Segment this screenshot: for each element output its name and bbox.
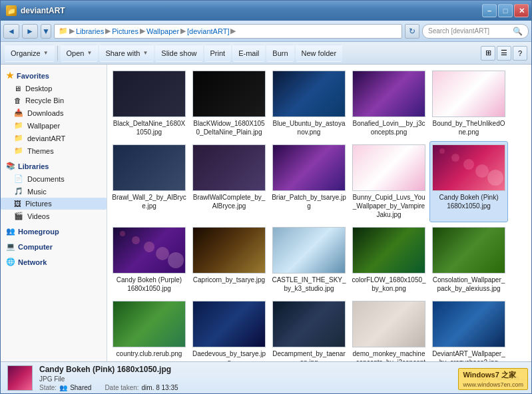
file-item[interactable]: Bound_by_TheUnlikedOne.png	[429, 67, 508, 140]
burn-button[interactable]: Burn	[266, 45, 294, 62]
file-item[interactable]: Decampment_by_taenaron.jpg	[270, 297, 348, 361]
organize-arrow: ▼	[43, 50, 49, 56]
sidebar-network-header[interactable]: 🌐 Network	[1, 256, 107, 268]
main-window: 📁 deviantART – □ ✕ ◄ ► ▼ 📁 ▶ Libraries ▶…	[0, 0, 532, 394]
file-name: Consolation_Wallpaper_pack_by_alexiuss.j…	[431, 276, 506, 293]
help-button[interactable]: ?	[513, 46, 527, 61]
file-name: Blue_Ubuntu_by_astoyanov.png	[272, 119, 346, 136]
file-item[interactable]: demo_monkey_machine_concepts_by_j3concep…	[350, 297, 428, 361]
file-thumbnail	[192, 144, 266, 191]
refresh-button[interactable]: ↻	[405, 24, 419, 39]
email-button[interactable]: E-mail	[232, 45, 265, 62]
pictures-icon: 🖼	[14, 200, 21, 208]
file-item[interactable]: BrawlWallComplete_by_AlBryce.jpg	[190, 141, 268, 222]
file-item[interactable]: Bunny_Cupid_Luvs_You_Wallpaper_by_Vampir…	[350, 141, 428, 222]
minimize-button[interactable]: –	[482, 4, 497, 17]
sidebar-computer-header[interactable]: 💻 Computer	[1, 240, 107, 253]
print-label: Print	[210, 49, 226, 57]
file-item[interactable]: Candy Bokeh (Purple) 1680x1050.jpg	[110, 224, 188, 296]
sidebar-item-music[interactable]: 🎵 Music	[1, 185, 107, 198]
open-label: Open	[67, 49, 85, 57]
file-item[interactable]: CASTLE_IN_THE_SKY_by_k3_studio.jpg	[270, 224, 348, 296]
file-item[interactable]: country.club.rerub.png	[110, 297, 188, 361]
search-box[interactable]: Search [deviantART] 🔍	[422, 24, 529, 39]
file-item[interactable]: BlacKWidow_1680X1050_DeltaNine_Plain.jpg	[190, 67, 268, 140]
status-filename: Candy Bokeh (Pink) 1680x1050.jpg	[39, 365, 469, 374]
sidebar-computer-section: 💻 Computer	[1, 240, 107, 253]
close-button[interactable]: ✕	[514, 4, 529, 17]
sidebar-homegroup-header[interactable]: 👥 Homegroup	[1, 225, 107, 238]
file-name: Black_DeltaNine_1680X1050.jpg	[112, 119, 186, 136]
libraries-icon: 📚	[6, 162, 15, 170]
sidebar-item-wallpaper[interactable]: 📁 Wallpaper	[1, 119, 107, 132]
window-title: deviantART	[21, 6, 65, 15]
slide-show-button[interactable]: Slide show	[155, 45, 202, 62]
share-with-button[interactable]: Share with ▼	[99, 45, 154, 62]
file-item[interactable]: Brawl_Wall_2_by_AlBryce.jpg	[110, 141, 188, 222]
toolbar: Organize ▼ Open ▼ Share with ▼ Slide sho…	[1, 42, 531, 65]
status-info: Candy Bokeh (Pink) 1680x1050.jpg JPG Fil…	[39, 365, 469, 391]
sidebar: ★ Favorites 🖥 Desktop 🗑 Recycle Bin 📥 Do…	[1, 65, 107, 361]
address-bar-row: ◄ ► ▼ 📁 ▶ Libraries ▶ Pictures ▶ Wallpap…	[1, 21, 531, 42]
file-item[interactable]: Consolation_Wallpaper_pack_by_alexiuss.j…	[429, 224, 508, 296]
status-date: Date taken: dim. 8 13:35	[105, 384, 178, 391]
open-button[interactable]: Open ▼	[61, 45, 99, 62]
file-item[interactable]: DeviantART_Wallpaper_by_crazychaos2.jpg	[429, 297, 508, 361]
sidebar-favorites-header[interactable]: ★ Favorites	[1, 69, 107, 83]
sidebar-item-themes[interactable]: 📁 Themes	[1, 144, 107, 157]
print-button[interactable]: Print	[204, 45, 232, 62]
dropdown-button[interactable]: ▼	[41, 24, 51, 39]
open-arrow: ▼	[87, 50, 92, 56]
sidebar-libraries-header[interactable]: 📚 Libraries	[1, 160, 107, 172]
maximize-button[interactable]: □	[498, 4, 513, 17]
file-thumbnail	[272, 301, 346, 347]
favorites-icon: ★	[6, 71, 14, 81]
address-breadcrumb[interactable]: 📁 ▶ Libraries ▶ Pictures ▶ Wallpaper ▶ […	[54, 24, 402, 39]
sidebar-item-downloads[interactable]: 📥 Downloads	[1, 106, 107, 119]
videos-icon: 🎬	[14, 212, 23, 220]
file-thumbnail	[272, 227, 346, 274]
burn-label: Burn	[272, 49, 288, 57]
file-item[interactable]: Capricorn_by_tsarye.jpg	[190, 224, 268, 296]
sidebar-item-documents[interactable]: 📄 Documents	[1, 172, 107, 185]
breadcrumb-libraries[interactable]: Libraries	[76, 27, 104, 35]
file-item[interactable]: Candy Bokeh (Pink) 1680x1050.jpg	[429, 141, 508, 222]
file-name: Bound_by_TheUnlikedOne.png	[431, 119, 506, 136]
sidebar-item-deviantart[interactable]: 📁 deviantART	[1, 132, 107, 144]
view-toggle-button[interactable]: ☰	[497, 46, 511, 61]
forward-button[interactable]: ►	[22, 24, 38, 39]
breadcrumb-deviantart[interactable]: [deviantART]	[187, 27, 229, 35]
file-item[interactable]: Bonafied_Lovin__by_j3concepts.png	[350, 67, 428, 140]
back-button[interactable]: ◄	[3, 24, 19, 39]
organize-button[interactable]: Organize ▼	[5, 45, 55, 62]
sidebar-item-videos[interactable]: 🎬 Videos	[1, 210, 107, 222]
file-name: Daedevous_by_tsarye.jpg	[192, 349, 266, 361]
file-item[interactable]: Black_DeltaNine_1680X1050.jpg	[110, 67, 188, 140]
status-filetype: JPG File	[39, 375, 469, 383]
state-label: State:	[39, 384, 57, 391]
file-thumbnail	[432, 227, 505, 274]
main-area: ★ Favorites 🖥 Desktop 🗑 Recycle Bin 📥 Do…	[1, 65, 531, 361]
bread-icon: 📁	[59, 27, 68, 35]
organize-label: Organize	[11, 49, 41, 57]
sidebar-item-pictures[interactable]: 🖼 Pictures	[1, 198, 107, 210]
network-label: Network	[18, 258, 47, 266]
breadcrumb-wallpaper[interactable]: Wallpaper	[146, 27, 179, 35]
file-name: Bunny_Cupid_Luvs_You_Wallpaper_by_Vampir…	[352, 193, 426, 219]
new-folder-button[interactable]: New folder	[296, 45, 343, 62]
sidebar-homegroup-section: 👥 Homegroup	[1, 225, 107, 238]
file-item[interactable]: Blue_Ubuntu_by_astoyanov.png	[270, 67, 348, 140]
file-thumbnail	[352, 144, 425, 191]
sidebar-item-recyclebin[interactable]: 🗑 Recycle Bin	[1, 95, 107, 106]
file-grid: Black_DeltaNine_1680X1050.jpgBlacKWidow_…	[107, 65, 531, 361]
sidebar-network-section: 🌐 Network	[1, 256, 107, 268]
view-menu-button[interactable]: ⊞	[481, 46, 495, 61]
file-item[interactable]: Daedevous_by_tsarye.jpg	[190, 297, 268, 361]
breadcrumb-pictures[interactable]: Pictures	[112, 27, 138, 35]
libraries-label: Libraries	[18, 162, 49, 170]
sidebar-item-desktop[interactable]: 🖥 Desktop	[1, 83, 107, 95]
file-name: Candy Bokeh (Pink) 1680x1050.jpg	[431, 193, 506, 210]
file-item[interactable]: Briar_Patch_by_tsarye.jpg	[270, 141, 348, 222]
recyclebin-icon: 🗑	[14, 97, 21, 104]
file-item[interactable]: colorFLOW_1680x1050_by_kon.png	[350, 224, 428, 296]
